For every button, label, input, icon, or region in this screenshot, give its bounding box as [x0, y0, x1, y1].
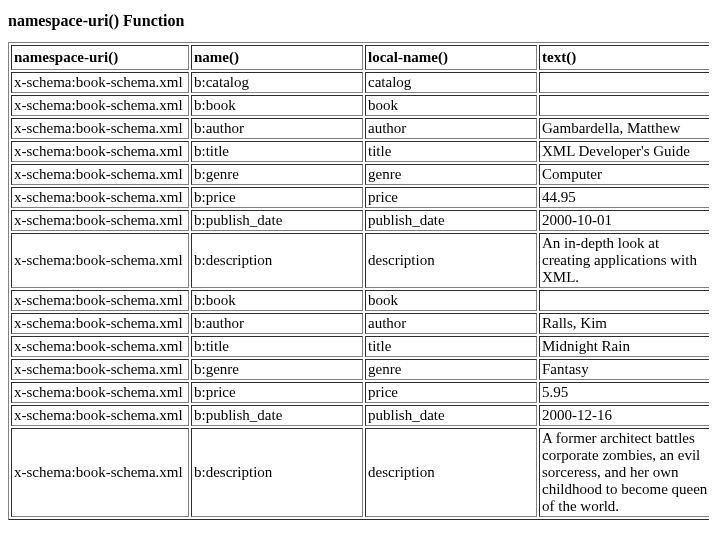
table-cell: b:description — [191, 233, 363, 288]
table-cell: An in-depth look at creating application… — [539, 233, 709, 288]
table-cell: title — [365, 336, 537, 357]
col-local-name: local-name() — [365, 45, 537, 70]
table-cell: 2000-12-16 — [539, 405, 709, 426]
table-row: x-schema:book-schema.xmlb:catalogcatalog — [11, 72, 709, 93]
table-cell: x-schema:book-schema.xml — [11, 72, 189, 93]
table-cell: publish_date — [365, 405, 537, 426]
table-cell: b:author — [191, 118, 363, 139]
table-cell: x-schema:book-schema.xml — [11, 233, 189, 288]
table-cell: 2000-10-01 — [539, 210, 709, 231]
table-cell: b:catalog — [191, 72, 363, 93]
col-namespace-uri: namespace-uri() — [11, 45, 189, 70]
table-row: x-schema:book-schema.xmlb:genregenreFant… — [11, 359, 709, 380]
table-cell: b:price — [191, 187, 363, 208]
table-cell: Gambardella, Matthew — [539, 118, 709, 139]
table-row: x-schema:book-schema.xmlb:titletitleXML … — [11, 141, 709, 162]
table-row: x-schema:book-schema.xmlb:titletitleMidn… — [11, 336, 709, 357]
page-title: namespace-uri() Function — [8, 12, 709, 30]
table-cell: Midnight Rain — [539, 336, 709, 357]
results-table: namespace-uri() name() local-name() text… — [8, 42, 709, 520]
table-row: x-schema:book-schema.xmlb:bookbook — [11, 95, 709, 116]
table-cell: book — [365, 290, 537, 311]
table-cell: b:description — [191, 428, 363, 517]
table-cell: 5.95 — [539, 382, 709, 403]
table-row: x-schema:book-schema.xmlb:priceprice5.95 — [11, 382, 709, 403]
table-cell — [539, 290, 709, 311]
table-cell: XML Developer's Guide — [539, 141, 709, 162]
table-row: x-schema:book-schema.xmlb:descriptiondes… — [11, 233, 709, 288]
table-cell: x-schema:book-schema.xml — [11, 359, 189, 380]
table-cell: b:author — [191, 313, 363, 334]
col-name: name() — [191, 45, 363, 70]
table-cell: publish_date — [365, 210, 537, 231]
table-cell: b:book — [191, 95, 363, 116]
table-cell: b:genre — [191, 164, 363, 185]
table-cell: A former architect battles corporate zom… — [539, 428, 709, 517]
col-text: text() — [539, 45, 709, 70]
table-cell: genre — [365, 359, 537, 380]
table-header-row: namespace-uri() name() local-name() text… — [11, 45, 709, 70]
table-cell: b:title — [191, 336, 363, 357]
table-cell: b:publish_date — [191, 405, 363, 426]
table-row: x-schema:book-schema.xmlb:publish_datepu… — [11, 405, 709, 426]
table-cell: description — [365, 428, 537, 517]
table-cell — [539, 72, 709, 93]
table-cell: x-schema:book-schema.xml — [11, 313, 189, 334]
table-cell: x-schema:book-schema.xml — [11, 141, 189, 162]
table-cell: x-schema:book-schema.xml — [11, 336, 189, 357]
table-row: x-schema:book-schema.xmlb:authorauthorRa… — [11, 313, 709, 334]
table-cell: x-schema:book-schema.xml — [11, 290, 189, 311]
table-cell: b:price — [191, 382, 363, 403]
table-cell: Fantasy — [539, 359, 709, 380]
table-row: x-schema:book-schema.xmlb:descriptiondes… — [11, 428, 709, 517]
table-cell: price — [365, 382, 537, 403]
table-cell: author — [365, 313, 537, 334]
table-cell: x-schema:book-schema.xml — [11, 187, 189, 208]
table-row: x-schema:book-schema.xmlb:priceprice44.9… — [11, 187, 709, 208]
table-cell: 44.95 — [539, 187, 709, 208]
table-cell: book — [365, 95, 537, 116]
table-cell: x-schema:book-schema.xml — [11, 95, 189, 116]
table-cell: genre — [365, 164, 537, 185]
table-cell: description — [365, 233, 537, 288]
table-cell: x-schema:book-schema.xml — [11, 405, 189, 426]
table-cell: x-schema:book-schema.xml — [11, 164, 189, 185]
table-row: x-schema:book-schema.xmlb:publish_datepu… — [11, 210, 709, 231]
table-cell: b:book — [191, 290, 363, 311]
table-cell: b:publish_date — [191, 210, 363, 231]
table-row: x-schema:book-schema.xmlb:bookbook — [11, 290, 709, 311]
table-cell: b:title — [191, 141, 363, 162]
table-cell: author — [365, 118, 537, 139]
table-row: x-schema:book-schema.xmlb:genregenreComp… — [11, 164, 709, 185]
table-cell: Ralls, Kim — [539, 313, 709, 334]
table-cell: b:genre — [191, 359, 363, 380]
table-cell: x-schema:book-schema.xml — [11, 210, 189, 231]
table-cell: catalog — [365, 72, 537, 93]
table-cell: title — [365, 141, 537, 162]
table-row: x-schema:book-schema.xmlb:authorauthorGa… — [11, 118, 709, 139]
table-cell: x-schema:book-schema.xml — [11, 118, 189, 139]
table-cell: x-schema:book-schema.xml — [11, 428, 189, 517]
table-cell — [539, 95, 709, 116]
table-cell: x-schema:book-schema.xml — [11, 382, 189, 403]
table-cell: price — [365, 187, 537, 208]
table-cell: Computer — [539, 164, 709, 185]
